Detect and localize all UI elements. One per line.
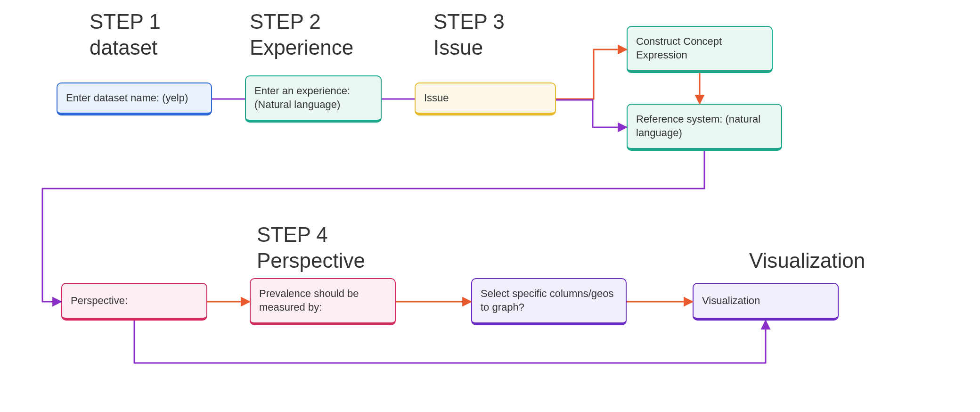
columns-select-box: Select specific columns/geos to graph? [471,278,627,325]
step1-heading: STEP 1 dataset [90,8,161,60]
step4-heading: STEP 4 Perspective [257,222,365,273]
perspective-box-label: Perspective: [71,294,128,308]
prevalence-box: Prevalence should be measured by: [250,278,396,325]
dataset-box: Enter dataset name: (yelp) [57,82,212,115]
reference-system-box-label: Reference system: (natural language) [636,113,760,140]
perspective-box: Perspective: [61,283,207,321]
step3-heading: STEP 3 Issue [433,8,505,60]
visualization-box-label: Visualization [702,294,760,308]
dataset-box-label: Enter dataset name: (yelp) [66,91,188,105]
columns-select-box-label: Select specific columns/geos to graph? [481,287,613,314]
edge-issue-reference [556,100,627,127]
edge-issue-concept [556,49,627,99]
edge-perspective-visualization [134,321,766,363]
visualization-heading: Visualization [749,247,865,273]
issue-box: Issue [415,82,556,115]
visualization-box: Visualization [693,283,839,321]
concept-expression-box: Construct Concept Expression [627,26,773,73]
prevalence-box-label: Prevalence should be measured by: [259,287,359,314]
experience-box: Enter an experience: (Natural language) [245,75,382,123]
reference-system-box: Reference system: (natural language) [627,104,782,151]
step2-heading: STEP 2 Experience [250,8,353,60]
connectors [0,0,980,412]
issue-box-label: Issue [424,91,449,105]
concept-expression-box-label: Construct Concept Expression [636,35,722,62]
experience-box-label: Enter an experience: (Natural language) [254,84,350,111]
